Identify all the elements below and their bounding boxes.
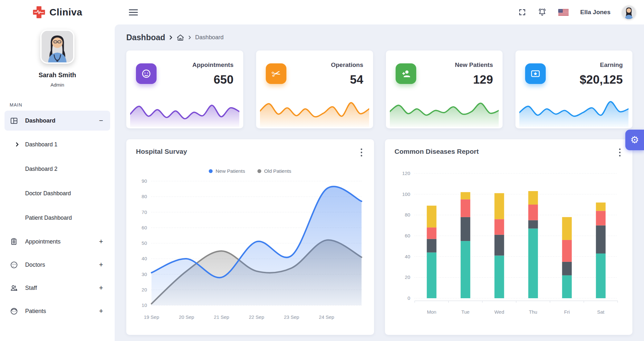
sidebar-item-dashboard-1[interactable]: Dashboard 1	[5, 134, 110, 155]
sidebar-item-appointments[interactable]: Appointments+	[5, 232, 110, 252]
stat-value: 129	[455, 73, 493, 87]
sidebar-item-label: Doctors	[25, 262, 45, 268]
expand-plus-icon[interactable]: +	[99, 307, 105, 315]
expand-plus-icon[interactable]: +	[99, 237, 105, 246]
svg-text:40: 40	[405, 254, 410, 259]
svg-text:20: 20	[405, 274, 410, 280]
sidebar-item-dashboard-2[interactable]: Dashboard 2	[5, 158, 110, 180]
user-avatar[interactable]	[622, 5, 636, 19]
topbar-user-name[interactable]: Ella Jones	[580, 9, 610, 16]
sidebar-item-doctor-dashboard[interactable]: Doctor Dashboard	[5, 183, 110, 204]
legend-item[interactable]: New Patients	[209, 168, 245, 174]
svg-text:23 Sep: 23 Sep	[284, 314, 299, 320]
kebab-menu-icon[interactable]	[359, 148, 364, 159]
people-icon	[10, 284, 18, 292]
svg-text:10: 10	[142, 302, 147, 308]
collapse-minus-icon[interactable]: −	[99, 116, 105, 125]
app-logo[interactable]: Cliniva	[0, 0, 115, 24]
svg-text:80: 80	[142, 194, 147, 199]
svg-text:0: 0	[407, 295, 410, 301]
legend-label: New Patients	[216, 168, 245, 174]
svg-text:Sat: Sat	[597, 309, 604, 315]
svg-text:120: 120	[402, 170, 410, 176]
stat-card-operations: ✂Operations54	[256, 51, 373, 128]
stat-card-appointments: Appointments650	[126, 51, 243, 128]
breadcrumb-current: Dashboard	[195, 34, 224, 41]
sidebar-item-label: Dashboard 1	[25, 141, 57, 148]
svg-text:24 Sep: 24 Sep	[319, 314, 334, 320]
chart-legend: New PatientsOld Patients	[136, 168, 364, 174]
app-name: Cliniva	[50, 7, 82, 18]
stat-sparkline	[519, 96, 629, 127]
chart-title: Common Diseases Report	[395, 148, 479, 155]
page-title: Dashboad	[126, 33, 165, 42]
svg-text:20: 20	[142, 287, 147, 292]
sidebar-item-doctors[interactable]: Doctors+	[5, 255, 110, 275]
sidebar-item-label: Doctor Dashboard	[25, 190, 71, 197]
stat-card-new-patients: New Patients129	[386, 51, 503, 128]
svg-text:Thu: Thu	[529, 309, 537, 315]
stat-label: New Patients	[455, 61, 493, 69]
stat-label: Earning	[580, 61, 623, 69]
svg-text:50: 50	[142, 240, 147, 246]
svg-text:21 Sep: 21 Sep	[214, 314, 229, 320]
home-icon[interactable]	[177, 34, 184, 41]
sidebar-item-label: Appointments	[25, 238, 61, 245]
medical-cross-icon	[33, 6, 45, 19]
chevron-right-icon	[188, 35, 191, 40]
scissors-icon: ✂	[266, 63, 286, 84]
notifications-icon[interactable]	[538, 8, 547, 17]
kebab-menu-icon[interactable]	[617, 148, 623, 159]
svg-text:22 Sep: 22 Sep	[249, 314, 264, 320]
flag-us-icon[interactable]	[558, 9, 569, 16]
svg-text:19 Sep: 19 Sep	[144, 314, 159, 320]
sidebar-menu: Dashboard−Dashboard 1Dashboard 2Doctor D…	[0, 111, 115, 324]
hamburger-icon[interactable]	[129, 8, 138, 17]
legend-dot	[209, 169, 213, 173]
sidebar-user-role: Admin	[0, 82, 115, 88]
svg-text:Tue: Tue	[461, 309, 469, 315]
main-content: Dashboad Dashboard Appointments650✂Opera…	[115, 24, 644, 341]
sidebar-item-patient-dashboard[interactable]: Patient Dashboard	[5, 207, 110, 228]
svg-text:30: 30	[142, 272, 147, 277]
legend-item[interactable]: Old Patients	[257, 168, 291, 174]
fullscreen-icon[interactable]	[518, 8, 526, 16]
profile-photo[interactable]	[40, 30, 74, 64]
svg-text:70: 70	[142, 209, 147, 215]
expand-plus-icon[interactable]: +	[99, 284, 105, 292]
legend-dot	[257, 169, 261, 173]
stat-value: $20,125	[580, 73, 623, 87]
person-add-icon	[396, 63, 416, 84]
common-diseases-chart: 020406080100120MonTueWedThuFriSat	[395, 161, 623, 328]
stat-sparkline	[130, 96, 239, 127]
stat-card-earning: Earning$20,125	[515, 51, 632, 128]
sidebar-item-label: Patients	[25, 308, 46, 315]
expand-plus-icon[interactable]: +	[99, 261, 105, 269]
topbar: Ella Jones	[115, 0, 644, 24]
breadcrumb: Dashboad Dashboard	[126, 33, 632, 42]
sidebar-item-label: Dashboard	[25, 117, 55, 124]
face-icon	[136, 63, 157, 84]
svg-text:40: 40	[142, 256, 147, 261]
sidebar-item-label: Patient Dashboard	[25, 215, 72, 221]
settings-button[interactable]: ⚙	[625, 130, 644, 150]
chevron-right-icon	[15, 142, 19, 147]
stat-value: 54	[331, 73, 363, 87]
sidebar-item-dashboard[interactable]: Dashboard−	[5, 111, 110, 131]
sidebar-item-patients[interactable]: Patients+	[5, 301, 110, 321]
dashboard-icon	[10, 116, 18, 125]
chevron-right-icon	[169, 35, 173, 40]
svg-text:60: 60	[405, 233, 410, 238]
chart-title: Hospital Survay	[136, 148, 187, 155]
patient-face-icon	[10, 307, 18, 315]
stat-sparkline	[390, 96, 499, 127]
common-diseases-card: Common Diseases Report 020406080100120Mo…	[385, 139, 633, 335]
stat-value: 650	[192, 73, 234, 87]
stat-cards: Appointments650✂Operations54New Patients…	[126, 51, 632, 128]
hospital-survey-card: Hospital Survay New PatientsOld Patients…	[126, 139, 374, 335]
stat-label: Appointments	[192, 61, 234, 69]
sidebar-item-staff[interactable]: Staff+	[5, 278, 110, 298]
stat-sparkline	[260, 96, 369, 127]
svg-text:Mon: Mon	[427, 309, 436, 315]
gear-icon: ⚙	[630, 135, 639, 145]
